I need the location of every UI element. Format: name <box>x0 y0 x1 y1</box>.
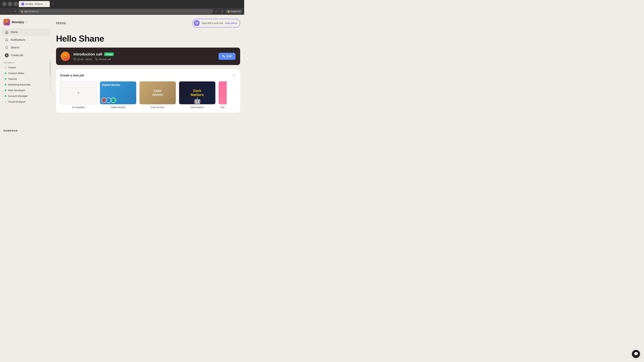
page-title: Home <box>56 21 66 25</box>
svg-point-9 <box>64 58 68 60</box>
sidebar-item-notifications[interactable]: Notifications <box>1 36 50 43</box>
rac-label: Rac <box>218 106 227 109</box>
intro-time-detail: 23:45 - 00:00 <box>74 58 92 61</box>
no-template-thumb: + <box>60 81 97 105</box>
job-label-account-mgr: Account Manager <box>8 94 28 97</box>
new-tab-button[interactable]: + <box>50 2 55 6</box>
browser-forward[interactable]: › <box>8 9 12 14</box>
no-template-label: No template <box>60 106 97 109</box>
window-maximize[interactable]: □ <box>8 2 12 6</box>
template-calm-access[interactable]: CalmAccess Calm Access <box>139 81 176 109</box>
browser-actions: ☆ ⊡ 🕵 Incognito (2) <box>214 9 242 14</box>
di-faces: 👤 👤 👤 <box>101 97 116 103</box>
call-button-label: Call <box>226 55 232 58</box>
bookmark-button[interactable]: ☆ <box>214 9 219 14</box>
template-no-template[interactable]: + No template <box>60 81 97 109</box>
close-create-job-button[interactable]: × <box>232 73 236 78</box>
main-header: Home 14 Days left in your trial View pla… <box>56 15 240 30</box>
today-badge: Today <box>104 52 114 56</box>
browser-nav-buttons: ‹ › ↻ <box>2 9 18 14</box>
job-dot-marketing <box>5 84 6 85</box>
svg-point-8 <box>66 55 67 56</box>
dark-matters-thumb: DarkMatters 🤖 <box>179 81 216 105</box>
browser-refresh[interactable]: ↻ <box>13 9 18 14</box>
tab-bar: − □ × H Moodjoy · Homerun × + <box>2 1 242 7</box>
address-text: app.homerun.co <box>24 10 39 12</box>
intro-call-card: Introduction call Today 23:45 - 00:00 <box>56 48 240 65</box>
template-digital-identity[interactable]: Digital Identity 👤 👤 👤 Digital Identity <box>100 81 136 109</box>
logo-chevron-icon: ▾ <box>26 21 27 23</box>
ca-content: CalmAccess <box>140 81 176 104</box>
intro-details: 23:45 - 00:00 Phone call <box>74 58 215 61</box>
rac-thumb <box>218 81 227 105</box>
active-tab[interactable]: H Moodjoy · Homerun × <box>19 1 50 7</box>
intro-call-title: Introduction call <box>74 52 102 56</box>
trial-badge: 14 Days left in your trial View plans <box>192 19 240 27</box>
intro-type: Phone call <box>99 58 111 61</box>
sidebar: Moodjoy ▾ Home <box>0 15 52 137</box>
create-job-section: Create a new job × + No template Digital… <box>56 69 240 113</box>
bell-icon <box>5 38 9 42</box>
homerun-brand: HOMERUN <box>0 127 52 134</box>
job-label-trainer: Trainer <box>8 66 16 69</box>
sidebar-job-web-developer[interactable]: Web Developer <box>1 87 50 93</box>
template-rac[interactable]: Rac <box>218 81 227 109</box>
search-label: Search <box>11 46 19 49</box>
browser-back[interactable]: ‹ <box>2 9 7 14</box>
window-controls[interactable]: − □ × <box>2 2 18 6</box>
logo-name: Moodjoy <box>12 20 24 24</box>
plus-icon: + <box>5 53 9 57</box>
job-dot-content-writer <box>5 72 6 74</box>
call-button[interactable]: Call <box>218 53 236 60</box>
digital-identity-thumb: Digital Identity 👤 👤 👤 <box>100 81 136 105</box>
job-dot-web-dev <box>5 89 6 91</box>
create-job-label: Create job <box>11 54 23 57</box>
svg-point-2 <box>7 21 8 22</box>
intro-type-detail: Phone call <box>95 58 111 61</box>
browser-toolbar: ‹ › ↻ 🔒 app.homerun.co ☆ ⊡ 🕵 Incognito (… <box>0 8 244 15</box>
main-content: Home 14 Days left in your trial View pla… <box>52 15 244 137</box>
create-job-header: Create a new job × <box>60 73 236 78</box>
jobs-section-chevron: ▾ <box>13 61 14 64</box>
job-label-content-writer: Content Writer <box>8 72 24 75</box>
intro-time: 23:45 - 00:00 <box>77 58 92 61</box>
window-minimize[interactable]: − <box>2 2 7 6</box>
calm-access-thumb: CalmAccess <box>139 81 176 105</box>
sidebar-job-marketing-associate[interactable]: Marketing Associate <box>1 82 50 87</box>
logo-avatar <box>3 19 10 25</box>
search-icon <box>5 45 9 50</box>
sidebar-job-visual-designer[interactable]: Visual Designer <box>1 99 50 104</box>
sidebar-job-trainer[interactable]: Trainer <box>1 65 50 70</box>
job-dot-account-mgr <box>5 95 6 97</box>
job-label-teacher: Teacher <box>8 77 17 80</box>
sidebar-scroll: Home Notifications Sea <box>0 28 52 127</box>
template-dark-matters[interactable]: DarkMatters 🤖 Dark Matters <box>179 81 216 109</box>
intro-title-row: Introduction call Today <box>74 52 215 56</box>
job-label-visual-designer: Visual Designer <box>8 100 26 103</box>
browser-title-bar: − □ × H Moodjoy · Homerun × + <box>0 0 244 8</box>
di-content: Digital Identity 👤 👤 👤 <box>100 81 136 104</box>
greeting-heading: Hello Shane <box>56 33 240 43</box>
sidebar-item-create-job[interactable]: + Create job <box>1 52 50 59</box>
incognito-badge: 🕵 Incognito (2) <box>226 10 242 13</box>
sidebar-toggle[interactable]: ⊡ <box>220 9 225 14</box>
view-plans-link[interactable]: View plans <box>225 22 237 24</box>
sidebar-job-account-manager[interactable]: Account Manager <box>1 93 50 99</box>
sidebar-logo[interactable]: Moodjoy ▾ <box>0 17 52 28</box>
sidebar-job-content-writer[interactable]: Content Writer <box>1 70 50 76</box>
notifications-label: Notifications <box>11 38 25 41</box>
incognito-label: Incognito (2) <box>230 10 241 12</box>
calm-access-label: Calm Access <box>139 106 176 109</box>
svg-point-4 <box>6 46 8 49</box>
dm-content: DarkMatters 🤖 <box>179 81 215 104</box>
tab-close-button[interactable]: × <box>44 3 47 5</box>
job-dot-teacher <box>5 78 6 80</box>
sidebar-item-home[interactable]: Home <box>1 28 50 36</box>
svg-point-7 <box>64 55 65 56</box>
home-label: Home <box>11 31 18 34</box>
sidebar-item-search[interactable]: Search <box>1 44 50 51</box>
window-close[interactable]: × <box>14 2 18 6</box>
sidebar-job-teacher[interactable]: Teacher <box>1 76 50 82</box>
address-bar[interactable]: 🔒 app.homerun.co <box>19 9 213 14</box>
dm-title: DarkMatters <box>191 89 204 97</box>
